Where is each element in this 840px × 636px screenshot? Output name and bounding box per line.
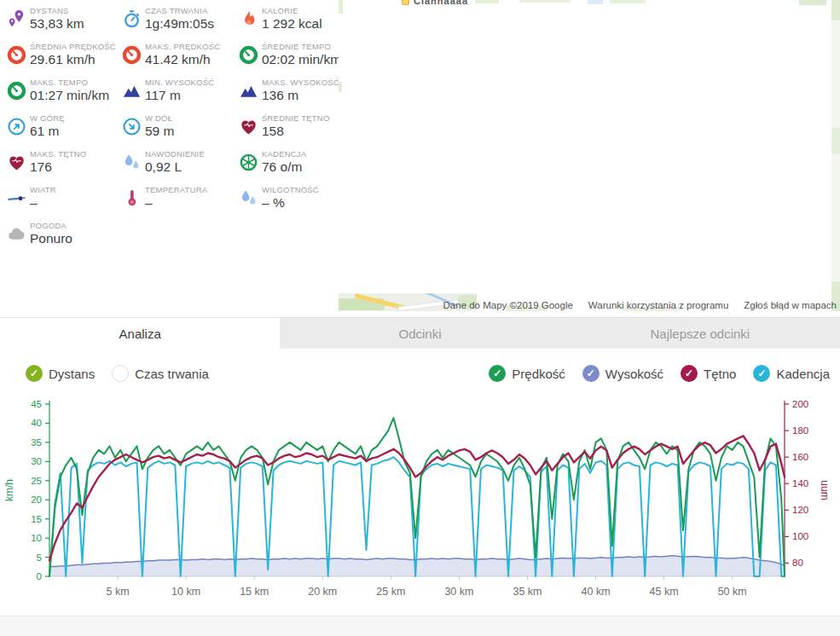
map-tile-fragment bbox=[339, 82, 342, 92]
stat-value: Ponuro bbox=[30, 232, 72, 246]
toggle-wysokosc[interactable]: ✓Wysokość bbox=[582, 365, 663, 382]
stat-label: KADENCJA bbox=[262, 150, 306, 159]
y-left-tick-label: 25 bbox=[31, 476, 42, 486]
mountains-icon bbox=[239, 81, 258, 101]
map-tile-fragment bbox=[831, 0, 840, 20]
stat-value: – bbox=[30, 196, 56, 210]
y-left-tick-label: 45 bbox=[31, 399, 42, 409]
stat-temperature: TEMPERATURA– bbox=[122, 186, 239, 222]
toggle-predkosc[interactable]: ✓Prędkość bbox=[489, 365, 565, 382]
x-tick-label: 5 km bbox=[107, 586, 130, 598]
y-left-tick-label: 35 bbox=[31, 437, 42, 448]
stat-value: 1g:49m:05s bbox=[145, 17, 214, 31]
stat-min-altitude: MIN. WYSOKOŚĆ117 m bbox=[122, 78, 239, 114]
wheel-icon bbox=[239, 153, 258, 172]
stat-wind: WIATR– bbox=[7, 186, 122, 222]
arrow-up-circle-icon bbox=[7, 117, 26, 136]
map-data-credit: Dane do Mapy ©2019 Google bbox=[443, 300, 573, 310]
radio-czas-trwania[interactable]: Czas trwania bbox=[112, 365, 209, 382]
stat-value: 176 bbox=[30, 160, 86, 174]
map-tile-fragment bbox=[588, 0, 603, 4]
stat-label: MIN. WYSOKOŚĆ bbox=[145, 78, 214, 87]
gauge-icon bbox=[7, 45, 26, 65]
stat-label: CZAS TRWANIA bbox=[145, 7, 214, 15]
check-circle-icon: ✓ bbox=[489, 365, 506, 382]
stat-max-speed: MAKS. PRĘDKOŚĆ41.42 km/h bbox=[122, 43, 239, 78]
stat-value: 0,92 L bbox=[145, 160, 205, 174]
check-circle-icon: ✓ bbox=[681, 365, 698, 382]
analysis-chart[interactable]: 5 km10 km15 km20 km25 km30 km35 km40 km4… bbox=[0, 388, 840, 610]
tab-analiza[interactable]: Analiza bbox=[0, 318, 280, 349]
map-place-label: Ciahnaaaa bbox=[414, 0, 468, 6]
legend-label: Prędkość bbox=[512, 367, 565, 381]
toggle-kadencja[interactable]: ✓Kadencja bbox=[753, 365, 830, 382]
footer-strip bbox=[0, 616, 840, 636]
legend-label: Tętno bbox=[704, 367, 736, 381]
stat-label: MAKS. WYSOKOŚĆ bbox=[262, 78, 339, 87]
stats-panel: DYSTANS53,83 kmCZAS TRWANIA1g:49m:05sKAL… bbox=[0, 0, 339, 298]
stat-value: 136 m bbox=[262, 89, 339, 102]
map-tile-fragment bbox=[799, 0, 826, 5]
arrow-down-circle-icon bbox=[122, 117, 142, 136]
heart-icon bbox=[239, 117, 258, 136]
x-tick-label: 40 km bbox=[582, 586, 611, 598]
mountains-icon bbox=[122, 81, 142, 101]
stat-value: 53,83 km bbox=[30, 17, 84, 31]
stat-value: 29.61 km/h bbox=[30, 53, 116, 66]
tab-odcinki[interactable]: Odcinki bbox=[280, 318, 559, 349]
toggle-tetno[interactable]: ✓Tętno bbox=[681, 365, 736, 382]
stat-max-heart-rate: MAKS. TĘTNO176 bbox=[7, 150, 122, 186]
stat-avg-pace: ŚREDNIE TEMPO02:02 min/km bbox=[239, 43, 345, 78]
y-right-tick-label: 200 bbox=[792, 399, 808, 409]
radio-circle-icon bbox=[112, 365, 129, 382]
thermometer-icon bbox=[122, 188, 142, 208]
y-left-axis-title: km/h bbox=[3, 479, 15, 501]
map-tile-fragment bbox=[610, 0, 646, 3]
x-tick-label: 25 km bbox=[376, 586, 405, 598]
stat-label: W DÓŁ bbox=[145, 114, 174, 123]
map-attribution: Dane do Mapy ©2019 GoogleWarunki korzyst… bbox=[443, 300, 837, 310]
y-left-tick-label: 15 bbox=[31, 514, 42, 524]
y-left-tick-label: 40 bbox=[31, 418, 42, 428]
y-left-tick-label: 30 bbox=[31, 456, 42, 466]
map-panel[interactable]: Ciahnaaaa Dane do Mapy ©2019 GoogleWarun… bbox=[339, 0, 840, 311]
stat-label: TEMPERATURA bbox=[145, 186, 207, 194]
stat-value: 76 o/m bbox=[262, 160, 306, 174]
radio-dystans[interactable]: ✓Dystans bbox=[26, 365, 95, 382]
stat-value: 02:02 min/km bbox=[262, 53, 341, 66]
stat-hydration: NAWODNIENIE0,92 L bbox=[122, 150, 239, 186]
x-tick-label: 15 km bbox=[240, 586, 269, 598]
y-right-tick-label: 160 bbox=[792, 452, 808, 462]
y-left-tick-label: 5 bbox=[37, 552, 42, 563]
route-pins-icon bbox=[7, 9, 26, 29]
stat-label: NAWODNIENIE bbox=[145, 150, 205, 159]
gauge-icon bbox=[239, 45, 258, 65]
tab-najlepsze-odcinki[interactable]: Najlepsze odcinki bbox=[560, 318, 840, 349]
stat-value: 01:27 min/km bbox=[30, 89, 109, 102]
map-tile-fragment bbox=[831, 128, 840, 153]
report-error-link[interactable]: Zgłoś błąd w mapach bbox=[744, 300, 837, 310]
chart-svg: 5 km10 km15 km20 km25 km30 km35 km40 km4… bbox=[0, 388, 840, 610]
droplets-icon bbox=[122, 153, 142, 172]
cloud-icon bbox=[7, 224, 26, 244]
stat-avg-speed: ŚREDNIA PRĘDKOŚĆ29.61 km/h bbox=[7, 43, 122, 78]
map-tile-fragment bbox=[475, 0, 499, 3]
check-circle-icon: ✓ bbox=[26, 365, 43, 382]
stat-value: 117 m bbox=[145, 89, 214, 102]
stat-value: 59 m bbox=[145, 124, 174, 138]
terms-link[interactable]: Warunki korzystania z programu bbox=[588, 300, 728, 310]
stat-label: MAKS. TĘTNO bbox=[30, 150, 86, 159]
stat-value: – bbox=[145, 196, 207, 210]
x-tick-label: 35 km bbox=[513, 586, 542, 598]
stat-cadence: KADENCJA76 o/m bbox=[239, 150, 345, 186]
map-tile-fragment bbox=[831, 0, 840, 311]
stat-calories: KALORIE1 292 kcal bbox=[239, 7, 345, 43]
stat-value: 61 m bbox=[30, 124, 65, 138]
stat-label: ŚREDNIA PRĘDKOŚĆ bbox=[30, 43, 116, 51]
stat-label: MAKS. TEMPO bbox=[30, 78, 109, 87]
y-left-tick-label: 20 bbox=[31, 494, 42, 505]
stat-label: KALORIE bbox=[262, 7, 322, 15]
stat-max-altitude: MAKS. WYSOKOŚĆ136 m bbox=[239, 78, 345, 114]
map-tile-fragment bbox=[339, 0, 343, 14]
legend-label: Wysokość bbox=[605, 367, 663, 381]
